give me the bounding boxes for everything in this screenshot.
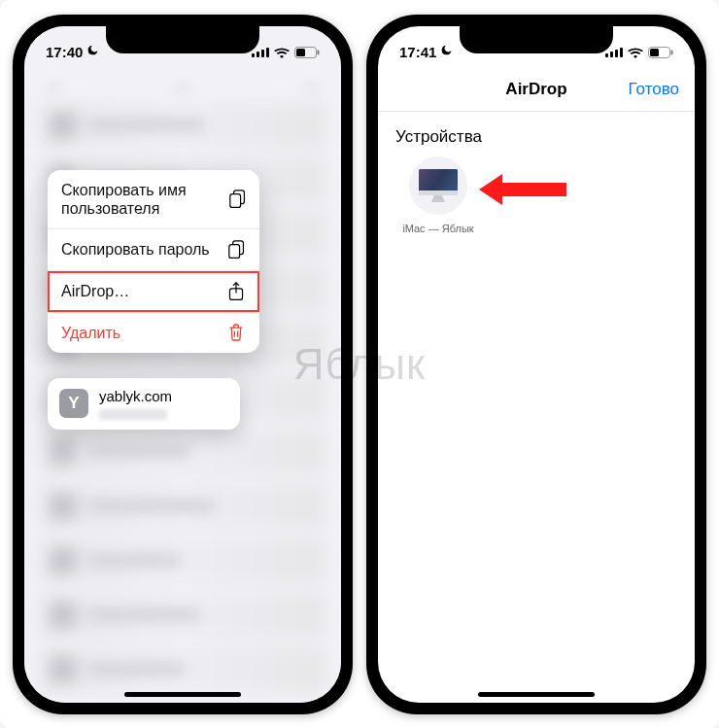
menu-copy-password-label: Скопировать пароль [61, 240, 210, 259]
nav-title: AirDrop [505, 80, 566, 99]
dnd-moon-icon [86, 44, 99, 59]
password-preview-card[interactable]: Y yablyk.com [48, 378, 240, 430]
done-button[interactable]: Готово [629, 80, 680, 99]
menu-airdrop[interactable]: AirDrop… [48, 271, 259, 313]
svg-rect-15 [620, 48, 623, 57]
share-icon [226, 282, 246, 301]
blurred-password-list: ——— [24, 26, 341, 703]
svg-rect-17 [650, 49, 659, 56]
menu-copy-username[interactable]: Скопировать имя пользователя [48, 170, 259, 229]
menu-copy-username-label: Скопировать имя пользователя [61, 181, 229, 218]
notch [106, 26, 259, 53]
svg-rect-5 [296, 49, 305, 56]
svg-rect-3 [266, 48, 269, 57]
airdrop-device[interactable]: iMac — Яблык [401, 156, 475, 235]
status-time: 17:40 [46, 44, 83, 60]
svg-rect-14 [615, 50, 618, 57]
cellular-signal-icon [605, 47, 623, 57]
context-menu: Скопировать имя пользователя Скопировать… [48, 170, 259, 354]
home-indicator[interactable] [124, 692, 241, 697]
device-name-label: iMac — Яблык [402, 223, 473, 235]
svg-rect-13 [610, 52, 613, 57]
svg-rect-10 [228, 244, 239, 258]
menu-airdrop-label: AirDrop… [61, 282, 129, 300]
battery-icon [648, 47, 673, 58]
svg-rect-21 [419, 191, 458, 195]
blurred-username [99, 409, 167, 420]
svg-rect-1 [257, 52, 259, 57]
svg-rect-12 [605, 53, 608, 57]
notch [460, 26, 613, 53]
copy-icon [229, 190, 246, 209]
svg-rect-8 [230, 193, 241, 207]
devices-section-header: Устройства [395, 127, 482, 147]
menu-copy-password[interactable]: Скопировать пароль [48, 229, 259, 271]
svg-rect-18 [671, 50, 673, 54]
iphone-mockup-right: 17:41 [366, 15, 706, 714]
iphone-mockup-left: 17:40 [13, 15, 353, 714]
status-time: 17:41 [399, 44, 436, 60]
svg-rect-2 [261, 50, 264, 57]
battery-icon [294, 47, 320, 58]
nav-bar: AirDrop Готово [378, 69, 695, 112]
svg-rect-6 [318, 50, 320, 54]
wifi-icon [628, 47, 643, 58]
dnd-moon-icon [440, 44, 453, 59]
menu-delete-label: Удалить [61, 324, 120, 342]
home-indicator[interactable] [478, 692, 595, 697]
site-name: yablyk.com [99, 388, 172, 404]
svg-rect-0 [252, 53, 255, 57]
annotation-arrow-icon [479, 172, 566, 211]
cellular-signal-icon [252, 47, 269, 57]
copy-icon [226, 240, 246, 260]
imac-icon [409, 156, 467, 215]
wifi-icon [274, 47, 290, 58]
trash-icon [226, 324, 246, 341]
menu-delete[interactable]: Удалить [48, 313, 259, 353]
site-avatar: Y [59, 389, 88, 418]
